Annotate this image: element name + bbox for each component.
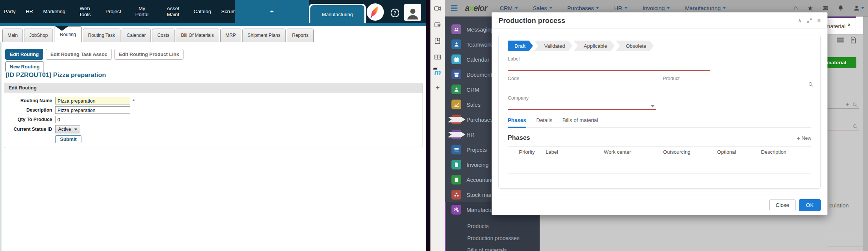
description-input[interactable] xyxy=(55,106,130,114)
code-field-label: Code xyxy=(508,76,656,81)
reading-list-icon[interactable] xyxy=(433,53,442,61)
wallet-icon[interactable] xyxy=(433,21,442,29)
topbar-icons: ⌂ ★ ✉ xyxy=(794,4,864,12)
tab-calendar[interactable]: Calendar xyxy=(122,29,151,42)
routing-name-input[interactable] xyxy=(55,97,130,104)
nav-add-button[interactable]: + xyxy=(235,0,309,23)
feather-icon xyxy=(368,5,383,20)
product-field[interactable]: Product xyxy=(663,76,814,90)
tab-bills-of-material[interactable]: Bills of material xyxy=(563,117,598,127)
user-icon xyxy=(451,39,461,49)
menu-hr[interactable]: HR xyxy=(614,5,627,11)
tab-main[interactable]: Main xyxy=(2,29,23,42)
saved-book-icon[interactable] xyxy=(433,37,442,45)
nav-project[interactable]: Project xyxy=(105,9,121,15)
tab-bill-of-materials[interactable]: Bill Of Materials xyxy=(176,29,219,42)
status-row: Current Status ID Active xyxy=(4,125,423,133)
close-button[interactable]: Close xyxy=(769,199,796,211)
company-field[interactable]: Company xyxy=(508,95,656,110)
tab-details[interactable]: Details xyxy=(536,117,552,127)
expand-icon[interactable] xyxy=(807,18,812,23)
ofbiz-logo[interactable] xyxy=(367,3,384,21)
collapse-icon[interactable]: ∧ xyxy=(798,18,802,23)
tab-jobshop[interactable]: JobShop xyxy=(24,29,53,42)
menu-purchases[interactable]: Purchases xyxy=(567,5,599,11)
routing-name-label: Routing Name xyxy=(4,98,52,103)
submenu-production-processes[interactable]: Production processes xyxy=(446,232,540,244)
app-switcher-manufacturing-tab[interactable]: Manufacturing xyxy=(310,5,364,23)
ok-button[interactable]: OK xyxy=(799,199,821,211)
status-validated[interactable]: Validated xyxy=(534,41,572,51)
submit-button[interactable]: Submit xyxy=(55,135,81,143)
scrollbar[interactable] xyxy=(863,17,868,251)
edit-routing-button[interactable]: Edit Routing xyxy=(5,49,43,60)
required-marker: * xyxy=(133,98,135,104)
menu-sales[interactable]: Sales xyxy=(533,5,552,11)
avatar[interactable] xyxy=(404,4,421,21)
archive-icon xyxy=(451,70,461,79)
app-switcher-card: Manufacturing xyxy=(309,4,366,23)
user-menu-icon[interactable] xyxy=(853,5,864,11)
moodle-icon[interactable]: m xyxy=(434,69,441,76)
status-stepper: Draft Validated Applicable Obsolete xyxy=(508,41,811,51)
star-icon[interactable]: ★ xyxy=(807,4,813,12)
tab-phases[interactable]: Phases xyxy=(508,117,526,128)
nav-scrum[interactable]: Scrum xyxy=(221,9,236,15)
edit-routing-task-assoc-button[interactable]: Edit Routing Task Assoc xyxy=(46,49,112,60)
search-icon[interactable] xyxy=(852,102,858,109)
col-priority[interactable]: Priority xyxy=(519,147,535,158)
help-icon[interactable]: ? xyxy=(391,9,399,17)
nav-hr[interactable]: HR xyxy=(26,9,33,15)
menu-invoicing[interactable]: Invoicing xyxy=(642,5,670,11)
col-optional[interactable]: Optional xyxy=(717,147,736,158)
close-icon[interactable]: × xyxy=(817,17,821,24)
screen-share-icon[interactable] xyxy=(433,5,442,13)
label-field[interactable]: Label xyxy=(508,56,710,71)
status-obsolete[interactable]: Obsolete xyxy=(616,41,654,51)
tab-shipment-plans[interactable]: Shipment Plans xyxy=(242,29,286,42)
nav-party[interactable]: Party xyxy=(4,9,16,15)
submenu-products[interactable]: Products xyxy=(446,220,540,232)
search-icon[interactable] xyxy=(808,82,814,89)
document-view-icon[interactable] xyxy=(850,36,857,44)
status-applicable[interactable]: Applicable xyxy=(574,41,615,51)
submenu-bills-of-materials[interactable]: Bills of materials xyxy=(446,244,540,251)
new-routing-button[interactable]: New Routing xyxy=(5,61,44,72)
nav-my-portal[interactable]: My Portal xyxy=(131,6,152,18)
bell-icon[interactable] xyxy=(838,5,844,11)
current-status-select[interactable]: Active xyxy=(55,125,80,133)
axelor-logo[interactable]: axelor xyxy=(465,3,487,13)
browser-dock: m + xyxy=(430,0,445,251)
nav-asset-maint[interactable]: Asset Maint xyxy=(162,6,184,18)
qty-to-produce-input[interactable] xyxy=(55,116,130,123)
nav-marketing[interactable]: Marketing xyxy=(43,9,64,15)
nav-catalog[interactable]: Catalog xyxy=(194,9,211,15)
mail-icon[interactable]: ✉ xyxy=(823,4,828,12)
close-tab-icon[interactable]: × xyxy=(848,22,850,27)
status-draft[interactable]: Draft xyxy=(508,41,533,51)
ofbiz-tabbar: Main JobShop Routing Routing Task Calend… xyxy=(2,26,314,42)
hamburger-menu-icon[interactable] xyxy=(451,5,457,11)
search-icon[interactable] xyxy=(852,124,858,131)
new-phase-button[interactable]: + New xyxy=(797,135,811,141)
col-description[interactable]: Description xyxy=(761,147,787,158)
list-view-icon[interactable] xyxy=(837,36,844,44)
edit-routing-product-link-button[interactable]: Edit Routing Product Link xyxy=(114,49,184,60)
list-icon xyxy=(451,145,461,154)
home-icon[interactable]: ⌂ xyxy=(794,4,798,12)
new-tab-icon[interactable]: + xyxy=(435,84,440,91)
users-icon xyxy=(451,24,461,34)
plus-icon[interactable]: + xyxy=(845,101,849,108)
menu-crm[interactable]: CRM xyxy=(500,5,518,11)
code-field[interactable]: Code xyxy=(508,76,656,90)
nav-web-tools[interactable]: Web Tools xyxy=(74,6,95,18)
tab-reports[interactable]: Reports xyxy=(287,29,314,42)
tab-routing-task[interactable]: Routing Task xyxy=(83,29,120,42)
col-outsourcing[interactable]: Outsourcing xyxy=(663,147,690,158)
col-label[interactable]: Label xyxy=(546,147,558,158)
tab-mrp[interactable]: MRP xyxy=(220,29,241,42)
menu-manufacturing[interactable]: Manufacturing xyxy=(685,5,726,11)
tab-costs[interactable]: Costs xyxy=(152,29,175,42)
col-work-center[interactable]: Work center xyxy=(604,147,631,158)
modal-window-icons: ∧ × xyxy=(798,17,821,24)
